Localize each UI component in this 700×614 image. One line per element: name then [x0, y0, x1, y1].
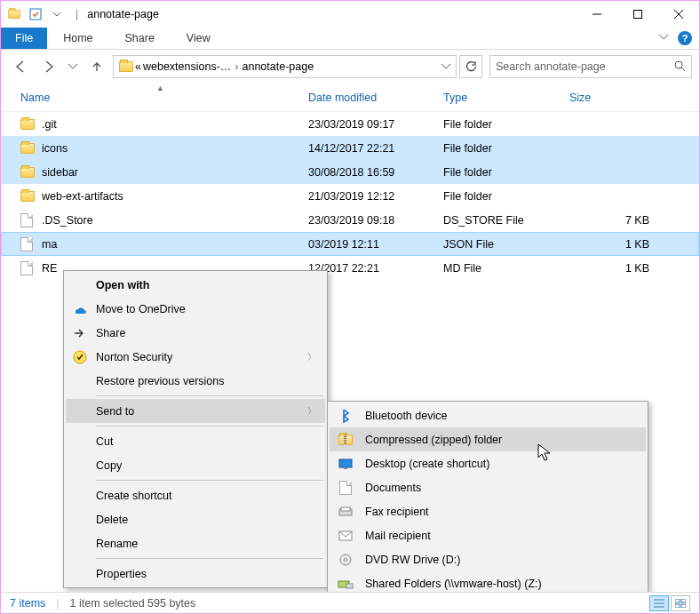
breadcrumb-part-1[interactable]: annotate-page	[242, 60, 314, 73]
menu-separator	[96, 480, 323, 481]
view-thumbnails-button[interactable]	[671, 595, 690, 611]
file-type: File folder	[443, 190, 569, 203]
ribbon-expand-icon[interactable]	[658, 32, 669, 45]
menu-item-label: Documents	[365, 482, 421, 494]
menu-item[interactable]: Delete	[66, 507, 325, 531]
qat-dropdown-icon[interactable]	[47, 4, 67, 24]
file-name: .DS_Store	[42, 214, 308, 227]
menu-item[interactable]: Open with	[66, 273, 325, 297]
menu-item-label: Properties	[96, 568, 147, 580]
up-button[interactable]	[84, 54, 109, 79]
menu-item[interactable]: Copy	[66, 453, 325, 477]
svg-line-6	[681, 68, 685, 71]
menu-item[interactable]: Send to〉	[66, 399, 325, 423]
help-icon[interactable]: ?	[678, 31, 692, 45]
view-details-button[interactable]	[649, 595, 669, 611]
back-button[interactable]	[8, 54, 33, 79]
file-row[interactable]: ma03/2019 12:11JSON File1 KB	[1, 232, 699, 256]
search-input[interactable]: Search annotate-page	[489, 55, 692, 78]
menu-item[interactable]: Move to OneDrive	[66, 297, 325, 321]
file-date: 03/2019 12:11	[308, 238, 443, 251]
desktop-icon	[337, 455, 354, 473]
column-header-date[interactable]: Date modified	[308, 84, 443, 111]
breadcrumb-overflow[interactable]: «	[135, 60, 141, 73]
menu-item[interactable]: DVD RW Drive (D:)	[330, 547, 646, 571]
search-placeholder: Search annotate-page	[496, 60, 606, 73]
menu-item[interactable]: Documents	[330, 475, 646, 499]
zip-icon	[337, 431, 354, 449]
ribbon-tab-view[interactable]: View	[171, 28, 227, 49]
ribbon-tab-home[interactable]: Home	[47, 28, 108, 49]
status-bar: 7 items | 1 item selected 595 bytes	[1, 592, 699, 613]
title-bar: | annotate-page	[1, 1, 699, 28]
breadcrumb-part-0[interactable]: webextensions-…	[143, 60, 231, 73]
share-icon	[71, 324, 89, 342]
svg-rect-9	[344, 467, 347, 469]
address-folder-icon	[119, 60, 133, 73]
menu-item[interactable]: Bluetooth device	[330, 403, 646, 427]
refresh-button[interactable]	[459, 55, 482, 78]
menu-item[interactable]: Mail recipient	[330, 523, 646, 547]
file-row[interactable]: web-ext-artifacts21/03/2019 12:12File fo…	[1, 184, 699, 208]
search-icon[interactable]	[673, 60, 686, 75]
menu-item-label: Shared Folders (\\vmware-host) (Z:)	[365, 578, 542, 590]
menu-item-label: Delete	[96, 514, 128, 526]
file-date: 12/2017 22:21	[308, 262, 443, 275]
svg-rect-20	[675, 599, 680, 602]
menu-item[interactable]: Desktop (create shortcut)	[330, 451, 646, 475]
menu-item[interactable]: Norton Security〉	[66, 345, 325, 369]
address-dropdown-icon[interactable]	[441, 62, 450, 71]
file-row[interactable]: .git23/03/2019 09:17File folder	[1, 112, 699, 136]
address-bar[interactable]: « webextensions-… › annotate-page	[113, 55, 457, 78]
file-type: File folder	[443, 118, 569, 131]
title-separator: |	[70, 8, 84, 20]
file-date: 21/03/2019 12:12	[308, 190, 443, 203]
recent-locations-button[interactable]	[65, 54, 81, 79]
close-button[interactable]	[658, 1, 699, 28]
menu-item-label: Restore previous versions	[96, 375, 225, 387]
menu-item-label: Copy	[96, 459, 122, 472]
file-icon	[20, 213, 42, 227]
svg-rect-21	[681, 599, 686, 602]
menu-item[interactable]: Share	[66, 321, 325, 345]
svg-rect-8	[339, 459, 352, 467]
file-menu-button[interactable]: File	[1, 28, 47, 49]
column-header-name[interactable]: Name	[20, 84, 308, 111]
file-type: JSON File	[443, 238, 569, 251]
menu-item[interactable]: Fax recipient	[330, 499, 646, 523]
context-menu-primary: Open withMove to OneDriveShareNorton Sec…	[63, 270, 328, 588]
ribbon-tab-share[interactable]: Share	[109, 28, 171, 49]
menu-item[interactable]: Cut	[66, 429, 325, 453]
minimize-button[interactable]	[577, 1, 617, 28]
menu-item[interactable]: Properties	[66, 562, 325, 586]
menu-item-label: Open with	[96, 279, 149, 291]
svg-point-5	[675, 61, 682, 68]
breadcrumb-chevron-icon[interactable]: ›	[233, 60, 240, 73]
menu-separator	[96, 558, 323, 559]
mail-icon	[337, 527, 354, 545]
file-row[interactable]: .DS_Store23/03/2019 09:18DS_STORE File7 …	[1, 208, 699, 232]
forward-button[interactable]	[36, 54, 61, 79]
explorer-app-icon[interactable]	[4, 4, 24, 24]
file-name: icons	[42, 142, 308, 155]
file-type: File folder	[443, 142, 569, 155]
column-header-type[interactable]: Type	[443, 84, 569, 111]
column-header-size[interactable]: Size	[569, 84, 655, 111]
file-date: 23/03/2019 09:17	[308, 118, 443, 131]
menu-item[interactable]: Compressed (zipped) folder	[330, 427, 646, 451]
file-row[interactable]: sidebar30/08/2018 16:59File folder	[1, 160, 699, 184]
file-size: 7 KB	[569, 214, 649, 227]
menu-item-label: DVD RW Drive (D:)	[365, 554, 460, 566]
menu-item-label: Move to OneDrive	[96, 303, 186, 315]
menu-item[interactable]: Create shortcut	[66, 483, 325, 507]
file-list[interactable]: .git23/03/2019 09:17File foldericons14/1…	[1, 112, 699, 280]
submenu-arrow-icon: 〉	[307, 351, 316, 363]
bluetooth-icon	[337, 407, 354, 425]
onedrive-icon	[71, 300, 89, 318]
qat-properties-icon[interactable]	[26, 4, 45, 24]
file-row[interactable]: icons14/12/2017 22:21File folder	[1, 136, 699, 160]
menu-item[interactable]: Restore previous versions	[66, 369, 325, 393]
file-name: ma	[42, 238, 308, 251]
maximize-button[interactable]	[617, 1, 658, 28]
menu-item[interactable]: Rename	[66, 531, 325, 555]
